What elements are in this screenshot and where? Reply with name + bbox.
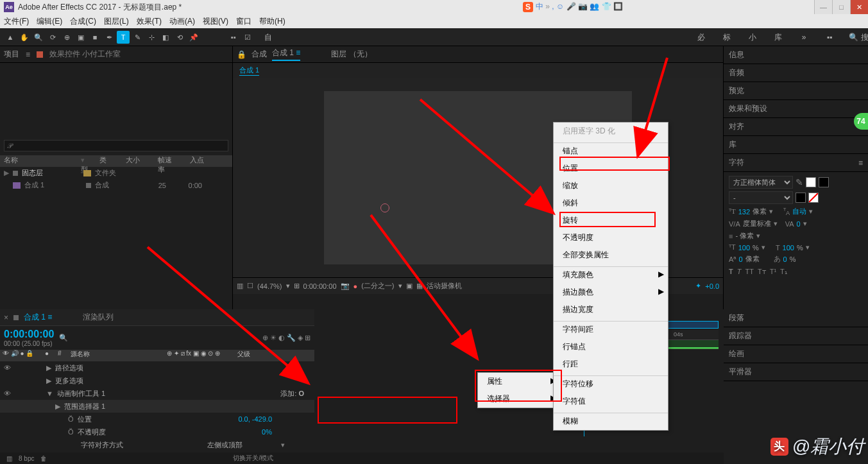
col-size[interactable]: 大小 xyxy=(126,155,158,167)
channel-icon[interactable]: ● xyxy=(353,282,358,290)
position-value[interactable]: 0.0, -429.0 xyxy=(238,415,272,423)
smoother-panel[interactable]: 平滑器 xyxy=(724,363,868,381)
library-panel[interactable]: 库 xyxy=(724,136,868,154)
project-row-folder[interactable]: ▶ 固态层 文件夹 xyxy=(0,167,232,179)
delete-icon[interactable]: 🗑 xyxy=(40,455,47,462)
pen-tool-icon[interactable]: ✒ xyxy=(103,31,115,44)
layer-range-selector[interactable]: ▶ 范围选择器 1 xyxy=(0,400,314,413)
roto-tool-icon[interactable]: ⟲ xyxy=(173,31,186,44)
menu-help[interactable]: 帮助(H) xyxy=(259,16,285,27)
tracker-panel[interactable]: 跟踪器 xyxy=(724,327,868,345)
hand-tool-icon[interactable]: ✋ xyxy=(18,31,31,44)
timeline-tab[interactable]: 合成 1 ≡ xyxy=(24,312,52,323)
menu-window[interactable]: 窗口 xyxy=(236,16,251,27)
ws-standard[interactable]: 标准 xyxy=(720,31,733,44)
panel-menu-icon[interactable]: ≡ xyxy=(858,159,863,168)
font-style-select[interactable]: - xyxy=(729,191,793,204)
kerning-value[interactable]: 度量标准 xyxy=(743,219,771,228)
shape-tool-icon[interactable]: ■ xyxy=(89,31,101,44)
bpc-toggle[interactable]: 8 bpc xyxy=(19,455,34,462)
col-source[interactable]: 源名称 xyxy=(71,350,167,361)
menu-char-value[interactable]: 字符值 xyxy=(554,393,668,410)
menu-comp[interactable]: 合成(C) xyxy=(70,16,96,27)
menu-all-transform[interactable]: 全部变换属性 xyxy=(554,246,668,264)
grid-icon[interactable]: ☐ xyxy=(247,282,253,290)
tracking-value[interactable]: 0 xyxy=(797,220,801,228)
text-tool-icon[interactable]: T xyxy=(117,31,130,44)
comp-breadcrumb[interactable]: 合成 1 xyxy=(239,65,259,76)
menu-file[interactable]: 文件(F) xyxy=(4,16,29,27)
layer-tab[interactable]: 图层 （无） xyxy=(331,49,371,60)
col-name[interactable]: 名称 xyxy=(4,155,81,167)
paint-panel[interactable]: 绘画 xyxy=(724,345,868,363)
maximize-button[interactable]: □ xyxy=(832,0,850,14)
submenu-selector[interactable]: 选择器▶ xyxy=(478,390,560,408)
zoom-value[interactable]: (44.7%) xyxy=(257,282,282,290)
menu-effect[interactable]: 效果(T) xyxy=(137,16,162,27)
menu-stroke-width[interactable]: 描边宽度 xyxy=(554,301,668,318)
fill-color-swatch[interactable] xyxy=(806,177,816,187)
fx-controls-tab[interactable]: 效果控件 小付工作室 xyxy=(49,49,121,60)
no-stroke-icon[interactable] xyxy=(808,193,819,203)
guides-icon[interactable]: ▦ xyxy=(416,282,423,290)
ws-more-icon[interactable]: » xyxy=(797,31,810,44)
menu-line-anchor[interactable]: 行锚点 xyxy=(554,338,668,356)
switch-modes[interactable]: 切换开关/模式 xyxy=(233,454,273,463)
presets-panel[interactable]: 效果和预设 xyxy=(724,100,868,118)
ws-lib[interactable]: 库 xyxy=(772,31,785,44)
eraser-tool-icon[interactable]: ◧ xyxy=(159,31,172,44)
zoom-tool-icon[interactable]: 🔍 xyxy=(32,31,45,44)
prop-opacity[interactable]: Ŏ 不透明度 0% xyxy=(0,425,314,438)
new-comp-icon[interactable]: ▥ xyxy=(6,455,12,462)
menu-blur[interactable]: 模糊 xyxy=(554,413,668,430)
project-search-input[interactable] xyxy=(4,140,228,151)
menu-fill-color[interactable]: 填充颜色▶ xyxy=(554,266,668,284)
subscript-button[interactable]: T₁ xyxy=(780,268,787,276)
menu-enable-3d[interactable]: 启用逐字 3D 化 xyxy=(554,123,668,140)
brush-tool-icon[interactable]: ✎ xyxy=(131,31,144,44)
menu-position[interactable]: 位置 xyxy=(554,160,668,177)
menu-rotate[interactable]: 旋转 xyxy=(554,212,668,229)
panel-icon[interactable]: ▪▪ xyxy=(227,31,240,44)
camera-value[interactable]: 活动摄像机 xyxy=(427,281,462,291)
italic-button[interactable]: T xyxy=(737,268,742,276)
time-value[interactable]: 0:00:00:00 xyxy=(303,282,337,290)
opacity-value[interactable]: 0% xyxy=(262,428,272,436)
menu-stroke-color[interactable]: 描边颜色▶ xyxy=(554,284,668,301)
puppet-tool-icon[interactable]: 📌 xyxy=(187,31,200,44)
smallcaps-button[interactable]: Tᴛ xyxy=(758,268,766,276)
stroke-width[interactable]: - 像素 xyxy=(735,231,754,241)
layer-path-options[interactable]: 👁▶ 路径选项 xyxy=(0,361,314,374)
stroke-placeholder[interactable] xyxy=(819,177,829,187)
menu-skew[interactable]: 倾斜 xyxy=(554,194,668,212)
exposure-value[interactable]: +0.0 xyxy=(705,282,719,290)
minimize-button[interactable]: — xyxy=(814,0,832,14)
info-panel[interactable]: 信息 xyxy=(724,46,868,64)
menu-animation[interactable]: 动画(A) xyxy=(169,16,195,27)
layer-animator[interactable]: 👁▼ 动画制作工具 1 添加: O xyxy=(0,387,314,400)
comp-tab-active[interactable]: 合成 1 ≡ xyxy=(272,47,300,61)
col-parent[interactable]: 父级 xyxy=(237,350,250,361)
menu-scale[interactable]: 缩放 xyxy=(554,177,668,194)
bold-button[interactable]: T xyxy=(729,268,733,276)
menu-char-offset[interactable]: 字符位移 xyxy=(554,375,668,393)
prop-position[interactable]: Ŏ 位置 0.0, -429.0 xyxy=(0,413,314,425)
stroke-color-swatch[interactable] xyxy=(796,193,806,203)
selection-tool-icon[interactable]: ▲ xyxy=(4,31,17,44)
res-value[interactable]: (二分之一) xyxy=(361,281,394,291)
lock-icon[interactable]: 🔒 xyxy=(237,50,246,59)
font-size-value[interactable]: 132 xyxy=(738,208,750,216)
menu-layer[interactable]: 图层(L) xyxy=(104,16,129,27)
help-search[interactable]: 🔍 搜索帮助 xyxy=(849,31,862,44)
paragraph-panel[interactable]: 段落 xyxy=(724,309,868,327)
current-time[interactable]: 0:00:00:00 xyxy=(4,329,54,340)
col-fps[interactable]: 帧速率 xyxy=(158,155,190,167)
align-panel[interactable]: 对齐 xyxy=(724,118,868,136)
project-row-comp[interactable]: 合成 1 合成 25 0:00 xyxy=(0,179,232,191)
viewer-icon[interactable]: ▥ xyxy=(237,282,243,290)
region-icon[interactable]: ▣ xyxy=(406,282,413,290)
page-icon[interactable]: ⊞ xyxy=(294,282,300,290)
menu-view[interactable]: 视图(V) xyxy=(203,16,228,27)
render-queue-tab[interactable]: 渲染队列 xyxy=(83,312,114,323)
leading-value[interactable]: 自动 xyxy=(792,207,806,216)
